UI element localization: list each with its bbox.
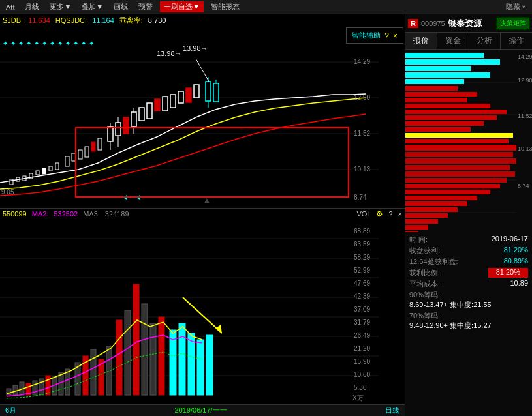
svg-text:13.98→: 13.98→ <box>157 50 182 57</box>
info-row-time: 时 间: 2019-06-17 <box>409 235 528 245</box>
svg-rect-8 <box>36 171 39 175</box>
info-row-profit1: 收盘获利: 81.20% <box>409 246 528 256</box>
svg-text:47.69: 47.69 <box>354 280 370 287</box>
toolbar-month[interactable]: 月线 <box>22 1 42 12</box>
svg-rect-18 <box>108 127 113 141</box>
svg-text:X万: X万 <box>352 394 364 402</box>
vol-gear-icon[interactable]: ⚙ <box>376 209 383 218</box>
svg-rect-57 <box>7 389 11 395</box>
cost-label: 平均成本: <box>409 279 440 289</box>
vol-ma3-label: MA3: <box>83 210 100 218</box>
svg-rect-61 <box>33 381 37 395</box>
candlestick-svg: 13.98→ 14.29 12.90 11.52 10.13 8.74 9.05 <box>0 26 379 209</box>
svg-rect-107 <box>405 66 471 71</box>
stock-header: R 000975 银泰资源 决策矩阵 <box>405 14 532 33</box>
svg-rect-23 <box>147 103 152 119</box>
tab-operation[interactable]: 操作 <box>501 33 532 49</box>
main-layout: SJDB: 11.634 HQSJDC: 11.164 乖离率: 8.730 ✦… <box>0 14 532 416</box>
vol-550: 550099 <box>3 210 27 218</box>
svg-rect-125 <box>405 178 507 183</box>
svg-text:21.20: 21.20 <box>354 345 370 352</box>
ai-title: 智能辅助 <box>352 31 381 40</box>
vol-help-icon[interactable]: ? <box>388 210 392 218</box>
svg-rect-130 <box>405 207 458 212</box>
svg-text:14.29: 14.29 <box>354 58 370 65</box>
svg-text:52.99: 52.99 <box>354 267 370 274</box>
svg-rect-81 <box>197 340 204 395</box>
svg-text:42.39: 42.39 <box>354 293 370 300</box>
svg-rect-22 <box>139 108 144 121</box>
chip70-value: 9.48-12.90+ 集中度:15.27 <box>409 321 528 331</box>
svg-rect-122 <box>405 158 516 164</box>
ai-help-icon[interactable]: ? <box>384 31 389 40</box>
volume-chart[interactable]: 68.89 63.59 58.29 52.99 47.69 42.39 37.0… <box>0 219 405 404</box>
toolbar-more[interactable]: 更多▼ <box>46 1 74 12</box>
svg-rect-72 <box>116 320 122 395</box>
toolbar-hidden[interactable]: 隐藏 » <box>503 1 529 12</box>
toolbar-alert[interactable]: 预警 <box>135 1 156 12</box>
right-panel: R 000975 银泰资源 决策矩阵 报价 资金 分析 操作 <box>405 14 532 416</box>
svg-rect-21 <box>131 112 136 126</box>
svg-text:12.90: 12.90 <box>354 94 370 101</box>
svg-rect-115 <box>405 115 497 120</box>
svg-text:11.52: 11.52 <box>518 113 532 119</box>
svg-rect-114 <box>405 110 507 114</box>
info-row-ratio: 获利比例: 81.20% <box>409 268 528 278</box>
info-row-profit2: 12.64处获利盘: 80.89% <box>409 257 528 267</box>
time-label: 时 间: <box>409 235 428 245</box>
svg-rect-118 <box>405 133 513 138</box>
chart-info-bar: SJDB: 11.634 HQSJDC: 11.164 乖离率: 8.730 <box>0 14 405 26</box>
cyan-arrow-right: ◄ <box>134 192 142 201</box>
toolbar-overlay[interactable]: 叠加▼ <box>78 1 106 12</box>
svg-text:8.74: 8.74 <box>518 183 529 189</box>
tab-capital[interactable]: 资金 <box>437 33 469 49</box>
toolbar-draw[interactable]: 画线 <box>110 1 131 12</box>
decision-btn[interactable]: 决策矩阵 <box>497 18 529 29</box>
cost-value: 10.89 <box>510 279 528 289</box>
svg-rect-75 <box>142 304 148 395</box>
svg-rect-28 <box>186 88 191 102</box>
sjdb-value: 11.634 <box>28 16 50 24</box>
candlestick-chart[interactable]: ✦ ✦ ✦ ✦ ✦ ✦ ✦ ✦ ✦ ✦ ✦ ✦ 智能辅助 ? × 13.98→ <box>0 26 405 209</box>
cyan-arrow-left: ◄ <box>121 192 129 201</box>
vol-close-icon[interactable]: × <box>398 210 402 218</box>
svg-text:5.30: 5.30 <box>354 384 367 391</box>
svg-rect-26 <box>170 95 176 108</box>
svg-rect-124 <box>405 171 515 177</box>
ai-close-icon[interactable]: × <box>393 31 398 40</box>
tab-analysis[interactable]: 分析 <box>469 33 501 49</box>
svg-rect-132 <box>405 219 438 224</box>
svg-text:68.89: 68.89 <box>354 228 370 235</box>
svg-text:12.90: 12.90 <box>518 77 532 83</box>
price-annotation: 13.98→ <box>183 44 208 52</box>
svg-rect-17 <box>98 138 102 150</box>
svg-text:58.29: 58.29 <box>354 254 370 261</box>
svg-rect-110 <box>405 86 458 91</box>
stock-name: 银泰资源 <box>448 18 494 29</box>
svg-rect-120 <box>405 145 516 151</box>
chip90-value: 8.69-13.47+ 集中度:21.55 <box>409 300 528 310</box>
svg-rect-113 <box>405 104 490 108</box>
chip90-label: 90%筹码: <box>409 290 528 300</box>
ratio-bar: 81.20% <box>488 268 528 278</box>
toolbar-att[interactable]: Att <box>3 3 18 12</box>
svg-rect-128 <box>405 196 477 200</box>
chip70-label: 70%筹码: <box>409 311 528 321</box>
time-value: 2019-06-17 <box>492 235 528 245</box>
svg-text:63.59: 63.59 <box>354 241 370 248</box>
svg-rect-131 <box>405 213 448 218</box>
svg-rect-69 <box>91 349 96 395</box>
svg-text:31.79: 31.79 <box>354 319 370 326</box>
toolbar-ai-shape[interactable]: 智能形态 <box>208 1 243 12</box>
top-toolbar: Att 月线 更多▼ 叠加▼ 画线 预警 一刷自选▼ 智能形态 隐藏 » <box>0 0 532 14</box>
tab-quote[interactable]: 报价 <box>405 33 437 49</box>
date-center: 2019/06/17/一一 <box>175 406 227 415</box>
svg-rect-121 <box>405 152 513 157</box>
hqs-value: 11.164 <box>92 16 114 24</box>
svg-text:9.05: 9.05 <box>1 188 14 196</box>
svg-rect-82 <box>206 335 213 395</box>
profit1-label: 收盘获利: <box>409 246 440 256</box>
toolbar-autoselect[interactable]: 一刷自选▼ <box>160 1 204 12</box>
hqs-label: HQSJDC: <box>55 16 87 24</box>
r-badge: R <box>408 19 418 28</box>
